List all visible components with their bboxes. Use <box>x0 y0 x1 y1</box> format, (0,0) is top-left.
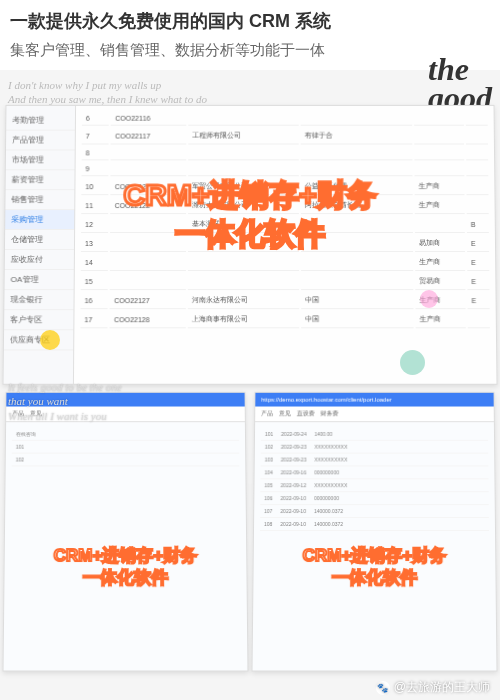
sidebar-item-attendance[interactable]: 考勤管理 <box>6 111 75 131</box>
sidebar-item-market[interactable]: 市场管理 <box>6 150 75 170</box>
table-row[interactable]: 6COO22116 <box>82 112 488 126</box>
sidebar-item-warehouse[interactable]: 仓储管理 <box>5 230 74 250</box>
list-row[interactable]: 102 <box>12 454 240 467</box>
page-subtitle: 集客户管理、销售管理、数据分析等功能于一体 <box>10 39 490 62</box>
watermark: 🐾 @去旅游的王大师 <box>376 679 490 696</box>
page-title: 一款提供永久免费使用的国内 CRM 系统 <box>10 8 490 35</box>
table-row[interactable]: 14生产商E <box>81 254 489 271</box>
url-bar[interactable]: https://demo.export.hoostar.com/client/p… <box>255 393 493 407</box>
page-header: 一款提供永久免费使用的国内 CRM 系统 集客户管理、销售管理、数据分析等功能于… <box>0 0 500 70</box>
tab[interactable]: 直设费 <box>297 409 315 418</box>
table-row[interactable]: 7COO22117工程师有限公司有律于合 <box>82 128 488 145</box>
table-row[interactable]: 12基本测试B <box>81 216 489 233</box>
list-row[interactable]: 1082022-09-10140000.0372 <box>260 518 489 531</box>
decorative-script-bottom: It feels good to be the one that you wan… <box>8 380 122 423</box>
sidebar-item-salary[interactable]: 薪资管理 <box>6 170 75 190</box>
main-panel: 6COO22116 7COO22117工程师有限公司有律于合 8 9 10COO… <box>74 106 497 384</box>
list-panel: 1012022-09-241400.00 1022022-09-23XXXXXX… <box>253 422 497 670</box>
sidebar-item-sales[interactable]: 销售管理 <box>5 190 74 210</box>
list-row[interactable]: 101 <box>12 441 239 454</box>
sidebar-item-purchase[interactable]: 采购管理 <box>5 210 74 230</box>
list-row[interactable]: 1072022-09-10140000.0372 <box>260 505 489 518</box>
list-row[interactable]: 1012022-09-241400.00 <box>261 428 488 441</box>
screenshot-main: 考勤管理 产品管理 市场管理 薪资管理 销售管理 采购管理 仓储管理 应收应付 … <box>2 105 497 385</box>
sidebar-item-supplier[interactable]: 供应商专区 <box>4 330 73 350</box>
sidebar-item-oa[interactable]: OA管理 <box>5 270 74 290</box>
table-row[interactable]: 9 <box>81 162 488 176</box>
list-row[interactable]: 1052022-09-12XXXXXXXXXX <box>260 479 488 492</box>
paw-icon: 🐾 <box>376 681 390 695</box>
screenshot-right: https://demo.export.hoostar.com/client/p… <box>251 392 497 672</box>
table-row[interactable]: 11COO22122潍坊大幅有限公司阿拉伯联合酋长国生产商 <box>81 197 488 214</box>
list-row[interactable]: 在线咨询 <box>12 428 239 441</box>
table-row[interactable]: 13易加商E <box>81 235 489 252</box>
list-panel: 在线咨询 101 102 <box>4 422 248 670</box>
table-row[interactable]: 8 <box>82 146 489 160</box>
sidebar-item-cash[interactable]: 现金银行 <box>4 290 73 310</box>
sidebar-item-product[interactable]: 产品管理 <box>6 131 75 151</box>
watermark-text: @去旅游的王大师 <box>394 679 490 696</box>
tab[interactable]: 产品 <box>261 409 273 418</box>
sticker-icon <box>40 330 60 350</box>
tab[interactable]: 意见 <box>279 409 291 418</box>
sidebar-item-receivable[interactable]: 应收应付 <box>5 250 74 270</box>
screenshot-left: 产品 意见 在线咨询 101 102 CRM+进销存+财务 一体化软件 <box>2 392 248 672</box>
list-row[interactable]: 1032022-09-23XXXXXXXXXX <box>261 454 489 467</box>
tab[interactable]: 财务费 <box>321 409 339 418</box>
table-row[interactable]: 15贸易商E <box>81 273 490 290</box>
sticker-icon <box>420 290 438 308</box>
list-row[interactable]: 1042022-09-16000000000 <box>261 466 489 479</box>
list-row[interactable]: 1062022-09-10000000000 <box>260 492 489 505</box>
table-row[interactable]: 17COO22128上海商事有限公司中国生产商 <box>80 311 490 328</box>
table-row[interactable]: 10COO22121军贸公司有限公司公益事项代理生产商 <box>81 178 488 195</box>
toolbar: 产品 意见 直设费 财务费 <box>255 407 494 423</box>
sticker-icon <box>400 350 425 375</box>
list-row[interactable]: 1022022-09-23XXXXXXXXXX <box>261 441 488 454</box>
sidebar-item-customer[interactable]: 客户专区 <box>4 310 73 330</box>
